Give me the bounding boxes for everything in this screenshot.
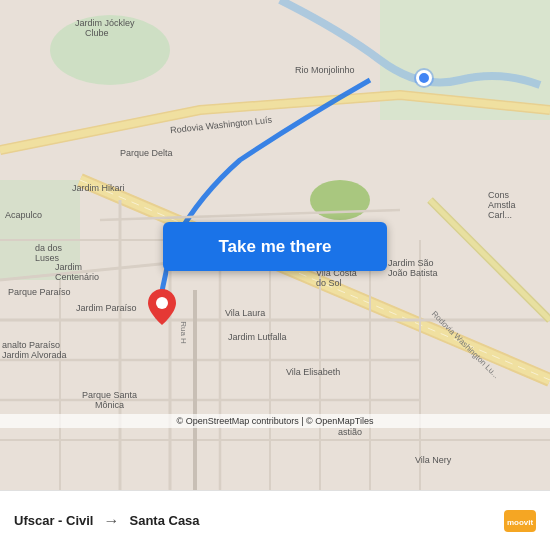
label-acapulco: Acapulco [5, 210, 42, 220]
svg-text:moovit: moovit [507, 518, 534, 527]
label-jardim-hikari: Jardim Hikari [72, 183, 125, 193]
route-from: Ufscar - Civil [14, 513, 93, 528]
svg-point-21 [156, 297, 168, 309]
label-parque-santa: Parque Santa [82, 390, 137, 400]
label-joao-batista: João Batista [388, 268, 438, 278]
label-jardim-alvorada: Jardim Alvorada [2, 350, 67, 360]
label-analto: analto Paraíso [2, 340, 60, 350]
moovit-icon: moovit [504, 510, 536, 532]
label-carl: Carl... [488, 210, 512, 220]
label-jardim-jockey: Jardim Jóckley [75, 18, 135, 28]
label-jardim-centenario2: Centenário [55, 272, 99, 282]
label-parque-delta: Parque Delta [120, 148, 173, 158]
map-attribution: © OpenStreetMap contributors | © OpenMap… [0, 414, 550, 428]
label-jardim-sao: Jardim São [388, 258, 434, 268]
label-astiao: astião [338, 427, 362, 437]
label-clube: Clube [85, 28, 109, 38]
label-monica: Mônica [95, 400, 124, 410]
label-do-sol: do Sol [316, 278, 342, 288]
label-vila-nery: Vila Nery [415, 455, 451, 465]
bottom-bar: Ufscar - Civil → Santa Casa moovit [0, 490, 550, 550]
route-to: Santa Casa [129, 513, 199, 528]
label-parque-paraiso: Parque Paraíso [8, 287, 71, 297]
take-me-there-button[interactable]: Take me there [163, 222, 387, 271]
label-vila-laura: Vila Laura [225, 308, 265, 318]
label-da-dos: da dos [35, 243, 62, 253]
label-amstl: Amstla [488, 200, 516, 210]
main-container: Jardim Jóckley Clube Rio Monjolinho Rodo… [0, 0, 550, 550]
label-rua-h: Rua H [179, 321, 188, 344]
map-area[interactable]: Jardim Jóckley Clube Rio Monjolinho Rodo… [0, 0, 550, 490]
label-cons: Cons [488, 190, 509, 200]
moovit-logo: moovit [504, 510, 536, 532]
origin-dot [416, 70, 432, 86]
destination-pin [148, 289, 176, 325]
label-jardim-lutfalla: Jardim Lutfalla [228, 332, 287, 342]
arrow-icon: → [103, 512, 119, 530]
label-rio: Rio Monjolinho [295, 65, 355, 75]
label-jardim-paraiso: Jardim Paraíso [76, 303, 137, 313]
label-jardim-centenario: Jardim [55, 262, 82, 272]
label-vila-elisabeth: Vila Elisabeth [286, 367, 340, 377]
svg-point-4 [310, 180, 370, 220]
